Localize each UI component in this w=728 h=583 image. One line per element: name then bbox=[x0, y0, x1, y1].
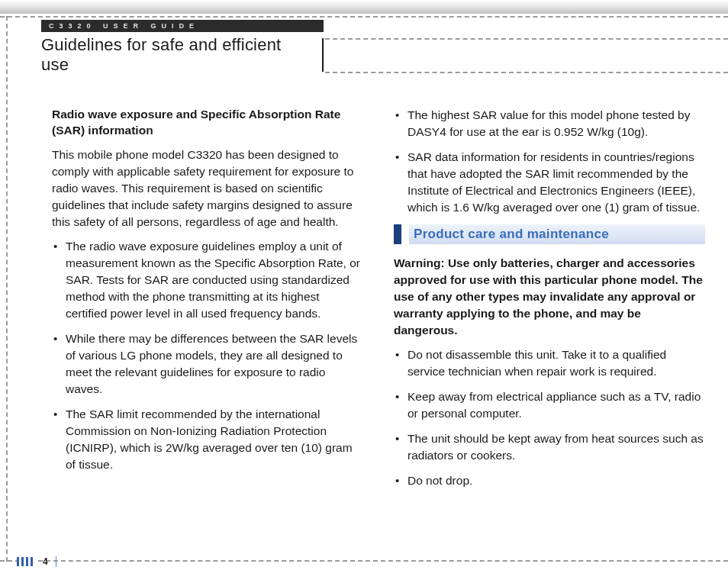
chapter-dash-top bbox=[325, 38, 728, 40]
column-right: The highest SAR value for this model pho… bbox=[394, 107, 705, 546]
list-item: The unit should be kept away from heat s… bbox=[394, 430, 705, 464]
product-care-bullet-list: Do not disassemble this unit. Take it to… bbox=[394, 346, 705, 489]
list-item: The highest SAR value for this model pho… bbox=[394, 107, 705, 140]
page-dash-bottom bbox=[0, 560, 728, 562]
heading-bar: Product care and maintenance bbox=[409, 224, 705, 244]
page-footer: 4 bbox=[17, 556, 56, 568]
chapter-dash-bottom bbox=[325, 72, 728, 73]
page-dash-left bbox=[6, 16, 8, 562]
sar-bullet-list: The radio wave exposure guidelines emplo… bbox=[52, 238, 363, 473]
list-item: SAR data information for residents in co… bbox=[394, 149, 705, 216]
list-item: Do not disassemble this unit. Take it to… bbox=[394, 346, 705, 380]
top-gradient-bar bbox=[0, 0, 728, 14]
chapter-title-box: Guidelines for safe and efficient use bbox=[41, 38, 324, 72]
sar-intro-paragraph: This mobile phone model C3320 has been d… bbox=[52, 147, 363, 230]
list-item: The radio wave exposure guidelines emplo… bbox=[52, 238, 363, 322]
product-care-warning: Warning: Use only batteries, charger and… bbox=[394, 255, 705, 339]
running-head: C3320 USER GUIDE bbox=[41, 20, 324, 32]
heading-tab-icon bbox=[394, 224, 401, 244]
product-care-heading: Product care and maintenance bbox=[394, 224, 705, 244]
heading-text: Product care and maintenance bbox=[414, 225, 609, 243]
page-number: 4 bbox=[43, 556, 48, 567]
footer-tick-icon bbox=[56, 556, 56, 567]
list-item: Keep away from electrical appliance such… bbox=[394, 388, 705, 422]
sar-section-lead: Radio wave exposure and Specific Absorpt… bbox=[52, 107, 363, 139]
page-dash-top bbox=[0, 16, 728, 18]
list-item: While there may be differences between t… bbox=[52, 330, 363, 398]
list-item: Do not drop. bbox=[394, 472, 705, 489]
content-area: Radio wave exposure and Specific Absorpt… bbox=[52, 107, 705, 546]
chapter-title: Guidelines for safe and efficient use bbox=[41, 35, 313, 75]
sar-bullet-list-cont: The highest SAR value for this model pho… bbox=[394, 107, 705, 216]
column-left: Radio wave exposure and Specific Absorpt… bbox=[52, 107, 363, 546]
footer-stripes-icon bbox=[17, 557, 35, 566]
list-item: The SAR limit recommended by the interna… bbox=[52, 406, 363, 473]
